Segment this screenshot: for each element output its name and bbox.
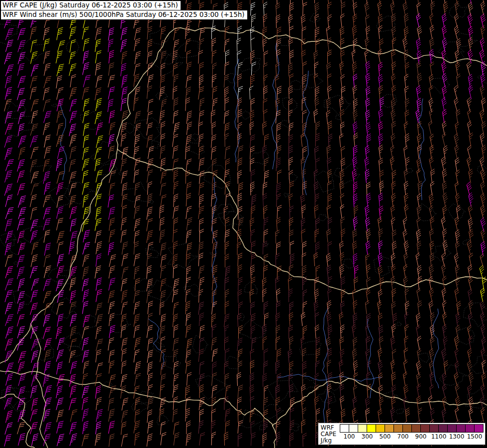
wind-barb <box>134 314 140 327</box>
wind-barb <box>160 265 166 278</box>
wind-barb <box>147 279 153 291</box>
wind-barb <box>108 409 114 422</box>
wind-barb <box>277 373 281 387</box>
wind-barb <box>96 241 102 254</box>
wind-barb <box>238 385 243 398</box>
wind-barb <box>379 25 383 39</box>
legend-color-box <box>402 424 412 433</box>
wind-barb <box>122 290 128 303</box>
wind-barb <box>96 422 101 435</box>
wind-barb <box>315 361 319 374</box>
wind-barb <box>429 194 434 208</box>
wind-barb <box>212 87 217 100</box>
wind-barb <box>5 76 12 88</box>
wind-barb <box>302 86 306 99</box>
wind-barb <box>96 289 102 302</box>
wind-barb <box>250 135 255 148</box>
legend-color-box <box>385 424 394 433</box>
wind-barb <box>225 98 229 111</box>
wind-barb <box>391 133 395 147</box>
wind-barb <box>367 193 371 207</box>
wind-barb <box>455 348 459 362</box>
wind-barb <box>161 243 167 256</box>
wind-barb <box>430 62 434 76</box>
wind-barb <box>134 146 139 159</box>
wind-barb <box>391 264 396 278</box>
wind-barb <box>147 385 153 398</box>
wind-barb <box>391 121 395 135</box>
wind-barb <box>70 374 76 387</box>
wind-barb <box>31 339 39 350</box>
wind-barb <box>379 158 383 172</box>
wind-barb <box>379 240 383 254</box>
wind-barb <box>481 205 486 219</box>
wind-barb <box>96 254 101 267</box>
wind-barb <box>56 386 63 398</box>
wind-barb <box>174 122 180 135</box>
wind-barb <box>405 62 409 76</box>
wind-barb <box>95 147 102 160</box>
wind-barb <box>82 220 89 232</box>
wind-barb <box>456 241 460 255</box>
wind-barb <box>328 2 332 16</box>
wind-barb <box>379 121 383 135</box>
legend-tick-label: 100 <box>344 433 355 440</box>
wind-barb <box>469 300 473 314</box>
wind-barb <box>442 121 447 135</box>
wind-barb <box>44 409 51 422</box>
wind-barb <box>17 219 25 230</box>
wind-barb <box>212 242 218 255</box>
legend-color-box <box>465 424 475 433</box>
wind-barb <box>454 98 459 112</box>
wind-barb <box>57 183 64 195</box>
wind-barb <box>225 266 230 279</box>
wind-barb <box>289 157 293 171</box>
wind-barb <box>430 336 435 350</box>
wind-barb <box>264 349 268 362</box>
wind-barb <box>442 50 446 64</box>
wind-barb <box>277 86 282 100</box>
wind-barb <box>366 73 370 87</box>
wind-barb <box>352 169 357 183</box>
wind-barb <box>264 397 268 411</box>
wind-barb <box>379 145 383 159</box>
cape-contour <box>406 168 413 173</box>
wind-barb <box>403 372 407 386</box>
wind-barb <box>212 325 216 338</box>
wind-barb <box>315 27 319 40</box>
wind-barb <box>480 110 485 124</box>
wind-barb <box>96 207 101 220</box>
wind-barb <box>289 312 293 326</box>
wind-barb <box>173 206 179 219</box>
wind-barb <box>17 291 25 303</box>
wind-barb <box>134 373 141 386</box>
wind-barb <box>392 288 396 302</box>
cape-contour <box>152 141 159 148</box>
wind-barb <box>340 301 344 315</box>
wind-barb <box>18 434 25 446</box>
country-border <box>175 28 487 66</box>
wind-barb <box>148 313 153 326</box>
wind-barb <box>443 336 448 350</box>
wind-barb <box>109 361 114 374</box>
wind-barb <box>302 27 306 40</box>
wind-barb <box>5 65 13 76</box>
wind-barb <box>135 361 141 374</box>
wind-barb <box>17 171 25 183</box>
wind-barb <box>391 205 395 219</box>
wind-barb <box>82 279 89 291</box>
wind-barb <box>365 300 369 314</box>
wind-barb <box>70 291 76 304</box>
wind-barb <box>456 109 460 123</box>
wind-barb <box>238 110 242 123</box>
wind-barb <box>327 265 331 279</box>
wind-barb <box>430 372 434 386</box>
wind-barb <box>238 158 242 171</box>
wind-barb <box>57 374 65 386</box>
wind-barb <box>70 183 77 195</box>
wind-barb <box>70 27 77 39</box>
wind-barb <box>44 243 51 255</box>
river <box>234 59 239 162</box>
wrf-weather-map: WRF CAPE (J/kg) Saturday 06-12-2025 03:0… <box>0 0 487 448</box>
wind-barb <box>70 146 77 159</box>
